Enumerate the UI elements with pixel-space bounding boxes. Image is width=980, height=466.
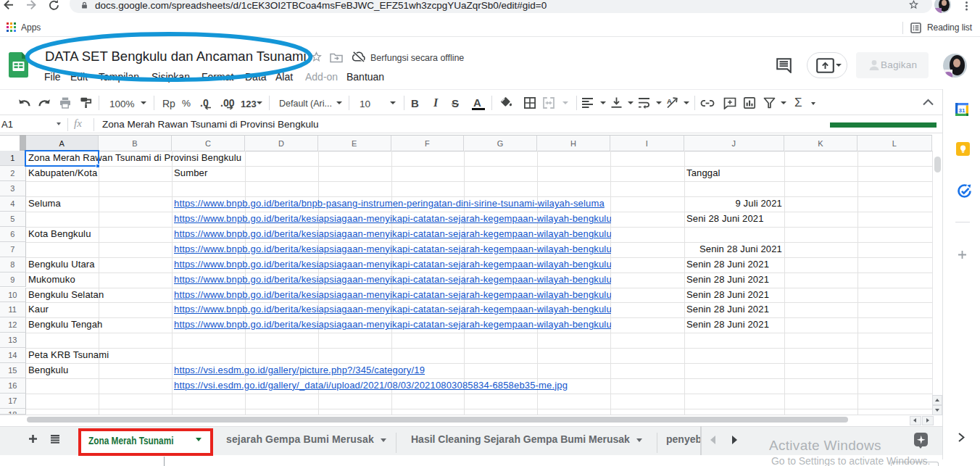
svg-text:31: 31 (959, 107, 966, 114)
svg-text:A: A (667, 97, 672, 105)
